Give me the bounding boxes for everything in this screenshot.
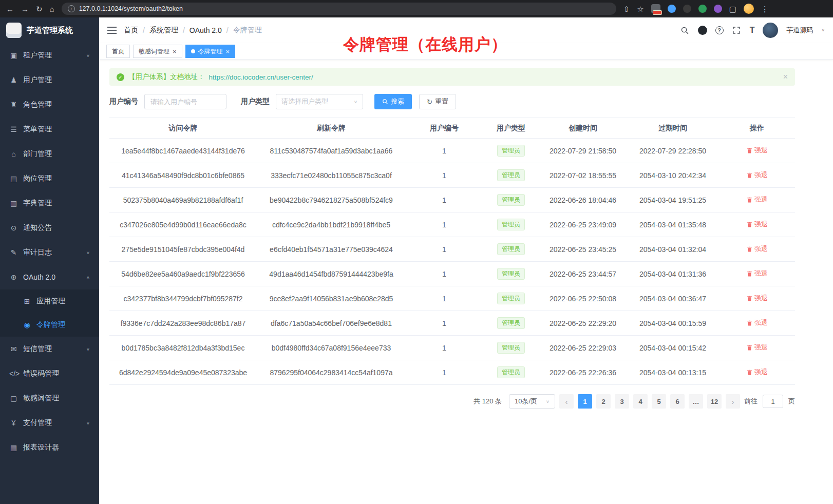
access-token-cell: 502375b8040a469a9b82188afdf6af1f: [109, 188, 257, 212]
table-row: 275e5de9151045fe87cbdc395e004f4de6cfd40e…: [109, 237, 795, 262]
tab[interactable]: 首页: [106, 45, 130, 58]
force-logout-link[interactable]: 强退: [746, 195, 768, 204]
sidebar-item-error-code[interactable]: </>错误码管理: [0, 361, 99, 386]
goto-page-input[interactable]: [763, 395, 783, 408]
user-name[interactable]: 芋道源码: [786, 26, 813, 35]
breadcrumb-item[interactable]: OAuth 2.0: [190, 26, 222, 34]
browser-menu-icon[interactable]: ⋮: [761, 5, 769, 13]
breadcrumb-item[interactable]: 令牌管理: [233, 26, 262, 35]
sidebar-item-oauth2[interactable]: ⊛OAuth 2.0∧: [0, 265, 99, 289]
sidebar-item-audit-log[interactable]: ✎审计日志∨: [0, 240, 99, 265]
breadcrumb-separator: /: [183, 26, 185, 34]
sidebar-item-role[interactable]: ♜角色管理: [0, 92, 99, 117]
font-size-icon[interactable]: T: [750, 26, 755, 35]
page-size-select[interactable]: 10条/页 ∨: [509, 394, 555, 409]
tab[interactable]: 令牌管理×: [185, 45, 236, 58]
share-icon[interactable]: ⇧: [623, 5, 630, 13]
tab[interactable]: 敏感词管理×: [133, 45, 182, 58]
alert-doc-link[interactable]: https://doc.iocoder.cn/user-center/: [209, 73, 313, 81]
main-area: 首页/系统管理/OAuth 2.0/令牌管理 ? T 芋道源码 ∨ 首页敏感词管…: [99, 17, 833, 504]
breadcrumb-item[interactable]: 首页: [124, 26, 138, 35]
force-logout-link[interactable]: 强退: [746, 318, 768, 327]
close-icon[interactable]: ×: [173, 48, 177, 55]
sidebar-item-post[interactable]: ▤岗位管理: [0, 166, 99, 191]
user-type-badge: 管理员: [497, 268, 525, 280]
close-icon[interactable]: ×: [226, 48, 230, 55]
prev-page-button[interactable]: ‹: [559, 394, 574, 409]
extension-badged-icon[interactable]: [651, 4, 660, 13]
back-icon[interactable]: ←: [6, 5, 14, 13]
search-button[interactable]: 搜索: [374, 94, 412, 109]
page-button[interactable]: 3: [615, 394, 629, 409]
column-header: 用户类型: [483, 118, 539, 139]
sidebar-item-oauth2-application[interactable]: ⊞应用管理: [0, 289, 99, 313]
user-type-cell: 管理员: [483, 237, 539, 262]
breadcrumb-item[interactable]: 系统管理: [149, 26, 178, 35]
trash-icon: [746, 246, 753, 253]
reset-button[interactable]: ↻ 重置: [419, 94, 456, 109]
sidebar-item-menu[interactable]: ☰菜单管理: [0, 117, 99, 142]
expire-time-cell: 2054-03-04 01:35:48: [627, 212, 719, 237]
collapse-sidebar-icon[interactable]: [107, 26, 117, 34]
page-button[interactable]: 4: [633, 394, 648, 409]
page-button[interactable]: 1: [578, 394, 592, 409]
address-bar[interactable]: i 127.0.0.1:1024/system/oauth2/token: [62, 3, 616, 15]
column-header: 用户编号: [406, 118, 483, 139]
breadcrumb: 首页/系统管理/OAuth 2.0/令牌管理: [124, 26, 262, 35]
sidebar-item-notice[interactable]: ⊙通知公告: [0, 216, 99, 240]
github-icon[interactable]: [698, 26, 707, 35]
force-logout-link[interactable]: 强退: [746, 244, 768, 254]
site-info-icon[interactable]: i: [68, 5, 75, 12]
sidebar-item-sensitive-word[interactable]: ▢敏感词管理: [0, 386, 99, 411]
bookmark-star-icon[interactable]: ☆: [637, 5, 643, 13]
action-cell: 强退: [719, 286, 795, 311]
alert-close-icon[interactable]: ×: [783, 72, 788, 82]
audit-icon: ✎: [9, 248, 18, 257]
page-content: ✓ 【用户体系】文档地址： https://doc.iocoder.cn/use…: [99, 60, 805, 419]
force-logout-link[interactable]: 强退: [746, 269, 768, 278]
reload-icon[interactable]: ↻: [36, 5, 43, 13]
extension-icon[interactable]: [698, 5, 707, 13]
browser-profile-avatar[interactable]: [744, 4, 754, 14]
table-row: 6d842e2924594de9a09e45e087323abe8796295f…: [109, 360, 795, 385]
tab-label: 首页: [112, 47, 124, 56]
force-logout-link[interactable]: 强退: [746, 170, 768, 180]
force-logout-link[interactable]: 强退: [746, 343, 768, 352]
sidebar-item-sms[interactable]: ✉短信管理∨: [0, 337, 99, 361]
force-logout-link[interactable]: 强退: [746, 367, 768, 377]
sidebar-item-pay[interactable]: ¥支付管理∨: [0, 411, 99, 435]
page-button[interactable]: 5: [652, 394, 666, 409]
app-logo[interactable]: 芋道管理系统: [0, 17, 99, 43]
page-button[interactable]: 6: [670, 394, 685, 409]
extension-icon[interactable]: [683, 5, 691, 13]
user-avatar[interactable]: [763, 23, 778, 38]
user-id-input[interactable]: [144, 94, 226, 109]
extensions-puzzle-icon[interactable]: [714, 5, 722, 13]
search-icon[interactable]: [680, 26, 690, 35]
user-type-label: 用户类型: [241, 97, 270, 106]
sidebar-item-oauth2-token[interactable]: ◉令牌管理: [0, 313, 99, 337]
home-icon[interactable]: ⌂: [50, 5, 54, 13]
help-icon[interactable]: ?: [715, 26, 724, 34]
page-button[interactable]: 12: [707, 394, 722, 409]
user-type-select[interactable]: 请选择用户类型 ∨: [276, 94, 363, 109]
sidebar-item-dept[interactable]: ⌂部门管理: [0, 142, 99, 166]
sidebar-item-dict[interactable]: ▥字典管理: [0, 191, 99, 216]
force-logout-link[interactable]: 强退: [746, 220, 768, 229]
sidebar-item-user[interactable]: ♟用户管理: [0, 68, 99, 92]
user-id-cell: 1: [406, 311, 483, 336]
side-panel-icon[interactable]: ▢: [729, 5, 736, 13]
page-ellipsis-button[interactable]: …: [689, 394, 703, 409]
fullscreen-icon[interactable]: [732, 26, 742, 35]
app-icon: ⊞: [23, 297, 31, 305]
refresh-token-cell: 333ecfc71e02480cb11055c875c3ca0f: [257, 163, 406, 188]
sidebar-item-report-designer[interactable]: ▦报表设计器: [0, 435, 99, 460]
extension-icon[interactable]: [668, 5, 676, 13]
sidebar-item-label: 报表设计器: [23, 443, 59, 452]
next-page-button[interactable]: ›: [726, 394, 740, 409]
sidebar-item-tenant[interactable]: ▣租户管理∨: [0, 43, 99, 68]
force-logout-link[interactable]: 强退: [746, 294, 768, 303]
forward-icon[interactable]: →: [21, 5, 29, 13]
force-logout-link[interactable]: 强退: [746, 146, 768, 155]
page-button[interactable]: 2: [596, 394, 611, 409]
